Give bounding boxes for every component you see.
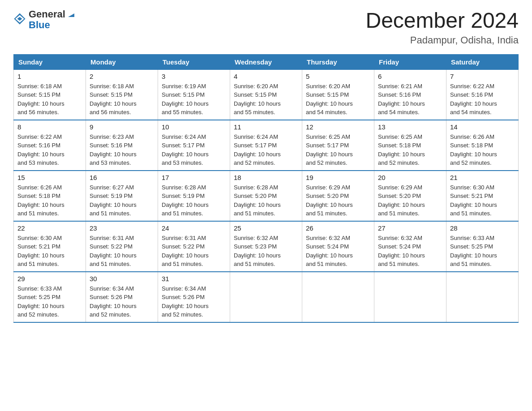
week-row-2: 8 Sunrise: 6:22 AM Sunset: 5:16 PM Dayli…: [14, 120, 519, 171]
svg-marker-3: [68, 13, 74, 17]
title-block: December 2024 Padampur, Odisha, India: [365, 9, 519, 46]
day-info: Sunrise: 6:29 AM Sunset: 5:20 PM Dayligh…: [378, 183, 442, 218]
day-number: 13: [378, 123, 442, 131]
day-info: Sunrise: 6:23 AM Sunset: 5:16 PM Dayligh…: [90, 133, 154, 167]
calendar-cell: 10 Sunrise: 6:24 AM Sunset: 5:17 PM Dayl…: [158, 120, 230, 171]
calendar-subtitle: Padampur, Odisha, India: [365, 34, 519, 46]
day-info: Sunrise: 6:33 AM Sunset: 5:25 PM Dayligh…: [450, 234, 515, 269]
day-number: 9: [90, 123, 154, 131]
day-number: 26: [306, 224, 370, 232]
day-info: Sunrise: 6:28 AM Sunset: 5:19 PM Dayligh…: [162, 183, 226, 218]
day-number: 31: [162, 275, 226, 283]
calendar-cell: 31 Sunrise: 6:34 AM Sunset: 5:26 PM Dayl…: [158, 272, 230, 322]
calendar-header: Sunday Monday Tuesday Wednesday Thursday…: [14, 54, 519, 69]
calendar-cell: 9 Sunrise: 6:23 AM Sunset: 5:16 PM Dayli…: [86, 120, 158, 171]
day-info: Sunrise: 6:24 AM Sunset: 5:17 PM Dayligh…: [234, 133, 298, 167]
day-number: 1: [17, 73, 82, 80]
calendar-cell: [230, 272, 302, 322]
col-saturday: Saturday: [446, 54, 519, 69]
calendar-cell: 27 Sunrise: 6:32 AM Sunset: 5:24 PM Dayl…: [374, 221, 446, 272]
day-number: 29: [17, 275, 82, 283]
day-number: 19: [306, 174, 370, 181]
calendar-title: December 2024: [365, 9, 519, 33]
day-info: Sunrise: 6:27 AM Sunset: 5:19 PM Dayligh…: [90, 183, 154, 218]
calendar-cell: 14 Sunrise: 6:26 AM Sunset: 5:18 PM Dayl…: [446, 120, 519, 171]
week-row-4: 22 Sunrise: 6:30 AM Sunset: 5:21 PM Dayl…: [14, 221, 519, 272]
day-number: 27: [378, 224, 442, 232]
day-info: Sunrise: 6:22 AM Sunset: 5:16 PM Dayligh…: [17, 133, 82, 167]
calendar-cell: 2 Sunrise: 6:18 AM Sunset: 5:15 PM Dayli…: [86, 69, 158, 120]
calendar-body: 1 Sunrise: 6:18 AM Sunset: 5:15 PM Dayli…: [14, 69, 519, 322]
calendar-cell: 17 Sunrise: 6:28 AM Sunset: 5:19 PM Dayl…: [158, 171, 230, 221]
day-number: 11: [234, 123, 298, 131]
calendar-cell: 18 Sunrise: 6:28 AM Sunset: 5:20 PM Dayl…: [230, 171, 302, 221]
day-info: Sunrise: 6:26 AM Sunset: 5:18 PM Dayligh…: [17, 183, 82, 218]
day-number: 17: [162, 174, 226, 181]
calendar-cell: 13 Sunrise: 6:25 AM Sunset: 5:18 PM Dayl…: [374, 120, 446, 171]
calendar-cell: 19 Sunrise: 6:29 AM Sunset: 5:20 PM Dayl…: [302, 171, 374, 221]
day-number: 23: [90, 224, 154, 232]
calendar-cell: 23 Sunrise: 6:31 AM Sunset: 5:22 PM Dayl…: [86, 221, 158, 272]
day-info: Sunrise: 6:25 AM Sunset: 5:18 PM Dayligh…: [378, 133, 442, 167]
day-info: Sunrise: 6:22 AM Sunset: 5:16 PM Dayligh…: [450, 82, 515, 117]
calendar-cell: 20 Sunrise: 6:29 AM Sunset: 5:20 PM Dayl…: [374, 171, 446, 221]
calendar-cell: 7 Sunrise: 6:22 AM Sunset: 5:16 PM Dayli…: [446, 69, 519, 120]
calendar-table: Sunday Monday Tuesday Wednesday Thursday…: [13, 54, 519, 323]
day-number: 4: [234, 73, 298, 80]
calendar-cell: 22 Sunrise: 6:30 AM Sunset: 5:21 PM Dayl…: [14, 221, 86, 272]
day-number: 6: [378, 73, 442, 80]
day-number: 21: [450, 174, 515, 181]
calendar-cell: 4 Sunrise: 6:20 AM Sunset: 5:15 PM Dayli…: [230, 69, 302, 120]
day-number: 15: [17, 174, 82, 181]
day-number: 14: [450, 123, 515, 131]
calendar-cell: 24 Sunrise: 6:31 AM Sunset: 5:22 PM Dayl…: [158, 221, 230, 272]
logo-icon: [13, 13, 26, 25]
calendar-cell: 3 Sunrise: 6:19 AM Sunset: 5:15 PM Dayli…: [158, 69, 230, 120]
col-friday: Friday: [374, 54, 446, 69]
day-info: Sunrise: 6:34 AM Sunset: 5:26 PM Dayligh…: [162, 284, 226, 319]
day-info: Sunrise: 6:28 AM Sunset: 5:20 PM Dayligh…: [234, 183, 298, 218]
day-info: Sunrise: 6:32 AM Sunset: 5:23 PM Dayligh…: [234, 234, 298, 269]
day-info: Sunrise: 6:34 AM Sunset: 5:26 PM Dayligh…: [90, 284, 154, 319]
day-number: 24: [162, 224, 226, 232]
calendar-cell: 25 Sunrise: 6:32 AM Sunset: 5:23 PM Dayl…: [230, 221, 302, 272]
logo-general: General: [29, 9, 65, 20]
day-info: Sunrise: 6:30 AM Sunset: 5:21 PM Dayligh…: [17, 234, 82, 269]
calendar-cell: 30 Sunrise: 6:34 AM Sunset: 5:26 PM Dayl…: [86, 272, 158, 322]
day-number: 3: [162, 73, 226, 80]
logo-text: General Blue: [29, 9, 76, 30]
calendar-cell: 1 Sunrise: 6:18 AM Sunset: 5:15 PM Dayli…: [14, 69, 86, 120]
calendar-cell: 29 Sunrise: 6:33 AM Sunset: 5:25 PM Dayl…: [14, 272, 86, 322]
calendar-cell: [374, 272, 446, 322]
day-number: 8: [17, 123, 82, 131]
col-thursday: Thursday: [302, 54, 374, 69]
day-info: Sunrise: 6:18 AM Sunset: 5:15 PM Dayligh…: [90, 82, 154, 117]
logo-arrow-icon: [66, 9, 76, 19]
day-info: Sunrise: 6:21 AM Sunset: 5:16 PM Dayligh…: [378, 82, 442, 117]
day-number: 12: [306, 123, 370, 131]
calendar-cell: [446, 272, 519, 322]
calendar-cell: 11 Sunrise: 6:24 AM Sunset: 5:17 PM Dayl…: [230, 120, 302, 171]
day-number: 7: [450, 73, 515, 80]
calendar-cell: 8 Sunrise: 6:22 AM Sunset: 5:16 PM Dayli…: [14, 120, 86, 171]
day-info: Sunrise: 6:30 AM Sunset: 5:21 PM Dayligh…: [450, 183, 515, 218]
calendar-cell: 6 Sunrise: 6:21 AM Sunset: 5:16 PM Dayli…: [374, 69, 446, 120]
calendar-cell: 21 Sunrise: 6:30 AM Sunset: 5:21 PM Dayl…: [446, 171, 519, 221]
page-header: General Blue December 2024 Padampur, Odi…: [13, 9, 519, 46]
calendar-cell: 5 Sunrise: 6:20 AM Sunset: 5:15 PM Dayli…: [302, 69, 374, 120]
day-info: Sunrise: 6:32 AM Sunset: 5:24 PM Dayligh…: [378, 234, 442, 269]
day-number: 25: [234, 224, 298, 232]
day-number: 22: [17, 224, 82, 232]
calendar-cell: 26 Sunrise: 6:32 AM Sunset: 5:24 PM Dayl…: [302, 221, 374, 272]
day-number: 10: [162, 123, 226, 131]
calendar-cell: 15 Sunrise: 6:26 AM Sunset: 5:18 PM Dayl…: [14, 171, 86, 221]
day-number: 30: [90, 275, 154, 283]
col-monday: Monday: [86, 54, 158, 69]
day-number: 2: [90, 73, 154, 80]
day-info: Sunrise: 6:20 AM Sunset: 5:15 PM Dayligh…: [234, 82, 298, 117]
week-row-1: 1 Sunrise: 6:18 AM Sunset: 5:15 PM Dayli…: [14, 69, 519, 120]
day-number: 5: [306, 73, 370, 80]
day-number: 16: [90, 174, 154, 181]
logo-blue: Blue: [29, 20, 76, 30]
day-info: Sunrise: 6:31 AM Sunset: 5:22 PM Dayligh…: [162, 234, 226, 269]
